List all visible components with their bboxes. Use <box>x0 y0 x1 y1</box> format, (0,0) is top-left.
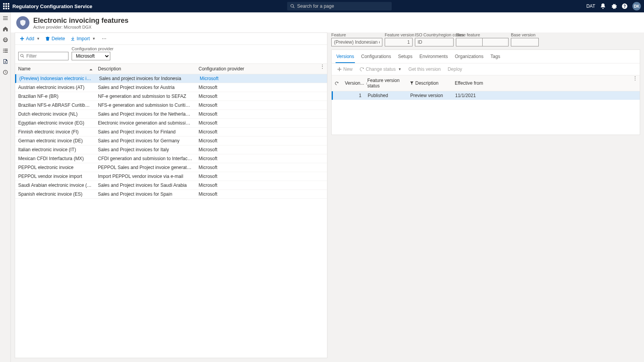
topbar: Regulatory Configuration Service Search … <box>0 0 644 12</box>
cell-name: Saudi Arabian electronic invoice (SA) <box>15 181 95 190</box>
cell-description: Sales and Project invoices for Finland <box>95 128 195 136</box>
cell-provider: Microsoft <box>195 137 327 145</box>
table-row[interactable]: PEPPOL vendor invoice importImport PEPPO… <box>15 172 327 181</box>
tab-configurations[interactable]: Configurations <box>360 50 392 63</box>
nav-globalization-icon[interactable] <box>2 36 9 43</box>
tab-organizations[interactable]: Organizations <box>454 50 484 63</box>
cell-provider: Microsoft <box>195 172 327 181</box>
cell-name: PEPPOL electronic invoice <box>15 163 95 172</box>
table-row[interactable]: (Preview) Indonesian electronic invoice … <box>15 74 327 83</box>
cell-provider: Microsoft <box>195 110 327 118</box>
help-icon[interactable] <box>622 3 628 9</box>
plus-icon <box>337 67 342 72</box>
global-search-placeholder: Search for a page <box>297 3 334 9</box>
get-version-button[interactable]: Get this version <box>407 66 442 73</box>
user-avatar[interactable]: DK <box>632 2 641 10</box>
table-row[interactable]: Brazilian NFS-e ABRASF Curitiba (BR)NFS-… <box>15 101 327 110</box>
iso-label: ISO Country/region codes <box>415 32 454 37</box>
table-row[interactable]: Mexican CFDI Interfactura (MX)CFDI gener… <box>15 154 327 163</box>
filter-search-icon <box>20 54 24 58</box>
table-row[interactable]: Finnish electronic invoice (FI)Sales and… <box>15 128 327 137</box>
nav-hamburger-icon[interactable] <box>2 15 9 22</box>
change-status-button[interactable]: Change status ▼ <box>358 66 403 73</box>
cell-description: CFDI generation and submission to Interf… <box>95 154 195 163</box>
import-button[interactable]: Import ▼ <box>69 35 97 42</box>
cell-description: Sales and project invoices for Indonesia <box>96 74 197 83</box>
base-feature-value-b[interactable] <box>482 38 509 46</box>
version-row[interactable]: 1PublishedPreview version11/1/2021 <box>332 91 640 100</box>
versions-header-menu[interactable]: ⋮ <box>630 75 640 91</box>
col-header-version-desc[interactable]: Description <box>407 75 452 91</box>
feature-version-value[interactable] <box>385 38 413 46</box>
table-row[interactable]: German electronic invoice (DE)Sales and … <box>15 137 327 145</box>
cell-provider: Microsoft <box>195 92 327 101</box>
nav-electronic-invoicing-icon[interactable] <box>2 58 9 65</box>
table-row[interactable]: Saudi Arabian electronic invoice (SA)Sal… <box>15 181 327 190</box>
nav-home-icon[interactable] <box>2 26 9 32</box>
nav-rail <box>0 12 11 362</box>
page-title: Electronic invoicing features <box>33 17 128 25</box>
add-button[interactable]: Add ▼ <box>18 35 41 42</box>
notifications-icon[interactable] <box>600 3 606 9</box>
cell-name: Spanish electronic invoice (ES) <box>15 190 95 198</box>
cell-description: Import PEPPOL vendor invoice via e-mail <box>95 172 195 181</box>
cell-status: Published <box>365 91 407 100</box>
col-header-name[interactable]: Name <box>15 64 95 74</box>
refresh-column-icon[interactable] <box>332 75 342 91</box>
chevron-down-icon: ▼ <box>36 37 40 41</box>
cell-name: (Preview) Indonesian electronic invoice … <box>16 74 96 83</box>
table-row[interactable]: PEPPOL electronic invoicePEPPOL Sales an… <box>15 163 327 172</box>
new-version-button[interactable]: New <box>336 66 354 73</box>
col-header-provider[interactable]: Configuration provider <box>195 64 318 74</box>
table-row[interactable]: Austrian electronic invoices (AT)Sales a… <box>15 83 327 92</box>
tab-tags[interactable]: Tags <box>490 50 501 63</box>
table-row[interactable]: Spanish electronic invoice (ES)Sales and… <box>15 190 327 199</box>
cell-name: Austrian electronic invoices (AT) <box>15 83 95 92</box>
filters-row: Configuration provider Microsoft <box>15 45 327 63</box>
col-header-version[interactable]: Version... ↓ <box>342 75 364 91</box>
settings-icon[interactable] <box>611 3 617 9</box>
company-code[interactable]: DAT <box>586 3 595 9</box>
col-header-effective[interactable]: Effective from <box>452 75 630 91</box>
grid-header-menu[interactable]: ⋮ <box>318 64 327 74</box>
base-version-value[interactable] <box>511 38 539 46</box>
tab-setups[interactable]: Setups <box>397 50 413 63</box>
more-actions-button[interactable]: ⋯ <box>99 35 109 42</box>
filter-input[interactable] <box>18 52 69 60</box>
app-launcher-icon[interactable] <box>3 3 9 9</box>
cell-provider: Microsoft <box>195 119 327 127</box>
deploy-button[interactable]: Deploy <box>446 66 464 73</box>
cell-provider: Microsoft <box>195 101 327 109</box>
cell-description: NF-e generation and submission to SEFAZ <box>95 92 195 101</box>
table-row[interactable]: Egyptian electronic invoice (EG)Electron… <box>15 119 327 128</box>
base-version-label: Base version <box>511 32 539 37</box>
cell-description: PEPPOL Sales and Project invoice generat… <box>95 163 195 172</box>
cell-name: Egyptian electronic invoice (EG) <box>15 119 95 127</box>
cell-name: Brazilian NFS-e ABRASF Curitiba (BR) <box>15 101 95 109</box>
cell-version-desc: Preview version <box>407 91 452 100</box>
versions-toolbar: New Change status ▼ Get this version Dep… <box>332 63 640 75</box>
provider-select[interactable]: Microsoft <box>72 52 110 60</box>
table-row[interactable]: Dutch electronic invoice (NL)Sales and P… <box>15 110 327 119</box>
tab-environments[interactable]: Environments <box>419 50 449 63</box>
base-feature-value-a[interactable] <box>456 38 482 46</box>
col-header-description[interactable]: Description <box>95 64 195 74</box>
detail-tabs: Versions Configurations Setups Environme… <box>332 50 640 63</box>
cell-provider: Microsoft <box>195 145 327 154</box>
nav-recent-icon[interactable] <box>2 69 9 76</box>
delete-button[interactable]: Delete <box>44 35 67 42</box>
features-toolbar: Add ▼ Delete Import ▼ ⋯ <box>15 33 327 45</box>
cell-description: Sales and Project invoices for Germany <box>95 137 195 145</box>
versions-grid-body: 1PublishedPreview version11/1/2021 <box>332 91 640 100</box>
feature-value[interactable] <box>331 38 382 46</box>
cell-name: Brazilian NF-e (BR) <box>15 92 95 101</box>
table-row[interactable]: Brazilian NF-e (BR)NF-e generation and s… <box>15 92 327 101</box>
tab-versions[interactable]: Versions <box>336 50 355 63</box>
nav-list-icon[interactable] <box>2 47 9 54</box>
iso-value[interactable] <box>415 38 454 46</box>
detail-pane: Feature Feature version ISO Country/regi… <box>331 32 640 358</box>
global-search[interactable]: Search for a page <box>287 2 392 10</box>
table-row[interactable]: Italian electronic invoice (IT)Sales and… <box>15 145 327 154</box>
cell-provider: Microsoft <box>195 128 327 136</box>
col-header-status[interactable]: Feature version status <box>364 75 407 91</box>
